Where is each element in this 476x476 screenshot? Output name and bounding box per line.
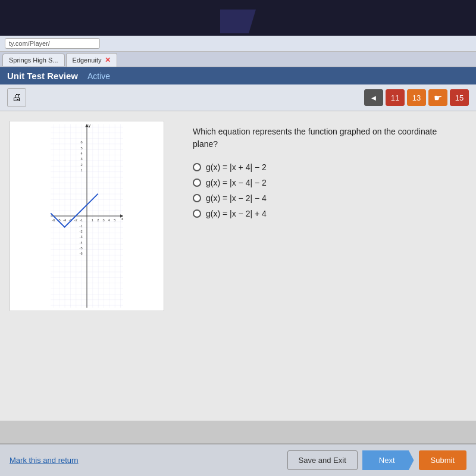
status-badge: Active [87,71,110,81]
page-11-button[interactable]: 11 [386,89,405,106]
svg-text:-1: -1 [80,218,83,222]
svg-text:-2: -2 [74,218,77,222]
browser-tabs: Springs High S... Edgenuity ✕ [0,52,476,67]
svg-text:-6: -6 [80,252,83,255]
svg-text:5: 5 [114,218,115,222]
option-3-label: g(x) = |x − 2| − 4 [206,193,267,203]
svg-text:3: 3 [80,157,82,161]
svg-text:-6: -6 [52,218,55,222]
svg-text:-4: -4 [63,218,66,222]
coordinate-graph: x y -6 -5 -4 -3 -2 -1 1 2 3 4 5 6 5 4 3 … [10,121,164,311]
prev-page-button[interactable]: ◄ [364,89,383,106]
cursor-icon: ☛ [434,92,442,104]
pagination: ◄ 11 13 ☛ 15 [364,89,469,106]
radio-1[interactable] [193,163,201,171]
question-text: Which equation represents the function g… [193,126,462,151]
svg-text:5: 5 [80,146,82,150]
svg-text:2: 2 [97,218,99,222]
radio-2[interactable] [193,178,201,187]
question-area: Which equation represents the function g… [188,121,466,411]
svg-text:-4: -4 [80,241,83,245]
svg-text:4: 4 [80,152,82,155]
svg-text:-2: -2 [80,230,83,233]
content-area: x y -6 -5 -4 -3 -2 -1 1 2 3 4 5 6 5 4 3 … [0,111,476,421]
radio-4[interactable] [193,209,201,218]
tab-springs[interactable]: Springs High S... [2,54,65,66]
tab-edgenuity-label: Edgenuity [73,57,102,64]
svg-text:x: x [121,217,124,221]
svg-text:6: 6 [80,140,82,144]
page-13-button[interactable]: 13 [407,89,426,106]
svg-text:2: 2 [80,163,82,167]
print-icon: 🖨 [12,92,21,103]
page-title: Unit Test Review [7,71,78,81]
page-15-button[interactable]: 15 [450,89,469,106]
svg-text:3: 3 [102,218,104,222]
tab-close-icon[interactable]: ✕ [105,56,111,64]
svg-text:-3: -3 [80,235,83,239]
print-button[interactable]: 🖨 [7,88,26,107]
page-15-label: 15 [455,93,464,102]
address-bar: ty.com/Player/ [5,38,100,49]
svg-text:1: 1 [80,168,82,172]
tab-edgenuity[interactable]: Edgenuity ✕ [66,53,118,67]
option-3[interactable]: g(x) = |x − 2| − 4 [193,193,462,203]
toolbar: 🖨 ◄ 11 13 ☛ 15 [0,84,476,111]
bottom-buttons: Save and Exit Next Submit [287,450,466,470]
tab-springs-label: Springs High S... [9,57,58,64]
graph-container: x y -6 -5 -4 -3 -2 -1 1 2 3 4 5 6 5 4 3 … [10,121,164,311]
option-1[interactable]: g(x) = |x + 4| − 2 [193,162,462,172]
option-2-label: g(x) = |x − 4| − 2 [206,178,267,187]
page-13-label: 13 [412,93,421,102]
svg-text:-1: -1 [80,224,83,228]
svg-text:-5: -5 [80,246,83,250]
address-bar-row: ty.com/Player/ [0,36,476,52]
submit-button[interactable]: Submit [419,450,466,470]
svg-text:1: 1 [92,218,93,222]
next-button[interactable]: Next [362,450,414,470]
option-1-label: g(x) = |x + 4| − 2 [206,162,267,172]
top-bar [0,0,476,36]
option-2[interactable]: g(x) = |x − 4| − 2 [193,178,462,187]
option-4-label: g(x) = |x − 2| + 4 [206,209,267,218]
mark-return-link[interactable]: Mark this and return [10,456,79,465]
radio-3[interactable] [193,194,201,202]
graph-area: x y -6 -5 -4 -3 -2 -1 1 2 3 4 5 6 5 4 3 … [10,121,176,411]
page-11-label: 11 [391,93,399,102]
svg-text:4: 4 [108,218,110,222]
options-list: g(x) = |x + 4| − 2 g(x) = |x − 4| − 2 g(… [193,162,462,218]
save-exit-button[interactable]: Save and Exit [287,450,358,470]
nav-bar: Unit Test Review Active [0,67,476,84]
prev-arrow-icon: ◄ [370,93,378,102]
bottom-bar: Mark this and return Save and Exit Next … [0,443,476,476]
logo [220,10,256,33]
cursor-button[interactable]: ☛ [428,89,447,106]
option-4[interactable]: g(x) = |x − 2| + 4 [193,209,462,218]
